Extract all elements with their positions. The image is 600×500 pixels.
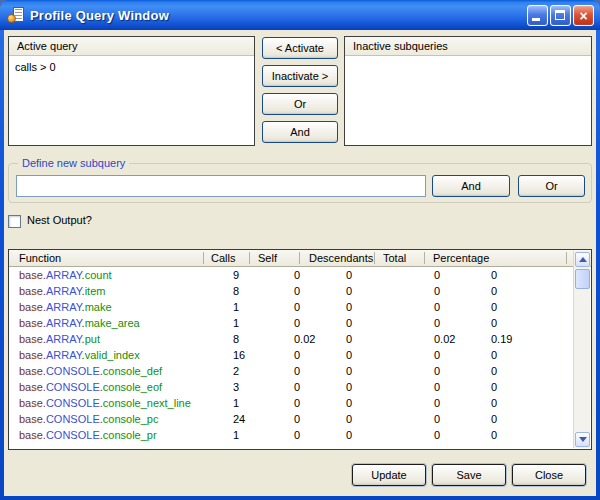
- cell-value: 8: [233, 333, 239, 345]
- cell-value: 0: [346, 269, 352, 281]
- cell-value: 0: [346, 333, 352, 345]
- active-query-panel[interactable]: Active query calls > 0: [8, 36, 255, 146]
- column-header-self[interactable]: Self: [258, 252, 277, 264]
- cell-value: 0: [491, 365, 497, 377]
- query-item[interactable]: calls > 0: [9, 59, 254, 74]
- cell-value: 0: [491, 429, 497, 441]
- table-row[interactable]: base.CONSOLE.console_pr10000: [9, 428, 573, 444]
- subquery-or-button[interactable]: Or: [518, 175, 585, 197]
- cell-value: 9: [233, 269, 239, 281]
- column-header-percentage[interactable]: Percentage: [433, 252, 489, 264]
- cell-value: 0: [294, 317, 300, 329]
- table-header: FunctionCallsSelfDescendantsTotalPercent…: [9, 250, 591, 267]
- maximize-icon: [555, 10, 565, 20]
- column-separator: [203, 252, 204, 264]
- cell-value: 0: [434, 317, 440, 329]
- column-header-function[interactable]: Function: [19, 252, 61, 264]
- column-separator: [249, 252, 250, 264]
- cell-value: 0: [491, 349, 497, 361]
- active-query-list[interactable]: calls > 0: [9, 56, 254, 77]
- cell-value: 0: [346, 365, 352, 377]
- save-button[interactable]: Save: [432, 464, 506, 486]
- column-separator: [374, 252, 375, 264]
- cell-value: 0: [491, 413, 497, 425]
- subquery-and-button[interactable]: And: [432, 175, 510, 197]
- column-separator: [424, 252, 425, 264]
- orange-ball-icon: [7, 14, 16, 23]
- function-name: base.CONSOLE.console_pr: [19, 429, 157, 441]
- cell-value: 0: [346, 397, 352, 409]
- table-scrollbar[interactable]: [573, 251, 590, 448]
- close-icon: ×: [574, 6, 593, 25]
- update-button[interactable]: Update: [352, 464, 426, 486]
- cell-value: 0: [434, 413, 440, 425]
- table-row[interactable]: base.CONSOLE.console_def20000: [9, 364, 573, 380]
- minimize-button[interactable]: [527, 5, 548, 26]
- subquery-input[interactable]: [16, 175, 426, 197]
- cell-value: 0: [434, 429, 440, 441]
- scrollbar-thumb[interactable]: [575, 269, 590, 289]
- define-subquery-label: Define new subquery: [18, 157, 129, 169]
- cell-value: 0: [491, 285, 497, 297]
- cell-value: 0: [434, 269, 440, 281]
- table-row[interactable]: base.ARRAY.make_area10000: [9, 316, 573, 332]
- cell-value: 1: [233, 397, 239, 409]
- close-dialog-button[interactable]: Close: [512, 464, 586, 486]
- cell-value: 0: [346, 349, 352, 361]
- active-query-header: Active query: [9, 37, 254, 56]
- title-bar[interactable]: Profile Query Window ×: [0, 0, 600, 30]
- table-row[interactable]: base.CONSOLE.console_pc240000: [9, 412, 573, 428]
- inactive-subqueries-panel[interactable]: Inactive subqueries: [344, 36, 592, 146]
- cell-value: 0.19: [491, 333, 512, 345]
- nest-output-label[interactable]: Nest Output?: [27, 214, 92, 226]
- cell-value: 3: [233, 381, 239, 393]
- cell-value: 0: [346, 317, 352, 329]
- inactive-subqueries-header: Inactive subqueries: [345, 37, 591, 56]
- table-row[interactable]: base.CONSOLE.console_eof30000: [9, 380, 573, 396]
- scroll-down-button[interactable]: [575, 432, 590, 447]
- table-row[interactable]: base.ARRAY.put80.0200.020.19: [9, 332, 573, 348]
- cell-value: 0.02: [294, 333, 315, 345]
- table-row[interactable]: base.CONSOLE.console_next_line10000: [9, 396, 573, 412]
- scroll-up-button[interactable]: [575, 252, 590, 267]
- table-row[interactable]: base.ARRAY.valid_index160000: [9, 348, 573, 364]
- cell-value: 0: [346, 413, 352, 425]
- function-name: base.CONSOLE.console_pc: [19, 413, 158, 425]
- cell-value: 1: [233, 317, 239, 329]
- cell-value: 0: [491, 317, 497, 329]
- function-name: base.CONSOLE.console_def: [19, 365, 162, 377]
- or-button[interactable]: Or: [262, 93, 338, 115]
- inactive-subqueries-list[interactable]: [345, 56, 591, 62]
- cell-value: 24: [233, 413, 245, 425]
- cell-value: 0: [294, 301, 300, 313]
- function-name: base.ARRAY.count: [19, 269, 112, 281]
- cell-value: 2: [233, 365, 239, 377]
- cell-value: 0: [346, 429, 352, 441]
- and-button[interactable]: And: [262, 121, 338, 143]
- column-header-total[interactable]: Total: [383, 252, 406, 264]
- cell-value: 0: [346, 285, 352, 297]
- column-separator: [566, 252, 567, 264]
- function-name: base.ARRAY.put: [19, 333, 100, 345]
- maximize-button[interactable]: [550, 5, 571, 26]
- close-button[interactable]: ×: [573, 5, 594, 26]
- function-name: base.CONSOLE.console_eof: [19, 381, 162, 393]
- nest-output-checkbox[interactable]: [8, 215, 21, 228]
- inactivate-button[interactable]: Inactivate >: [262, 65, 338, 87]
- window-title: Profile Query Window: [30, 8, 169, 23]
- column-header-calls[interactable]: Calls: [211, 252, 235, 264]
- profile-window-icon: [7, 7, 24, 24]
- cell-value: 0: [434, 349, 440, 361]
- table-row[interactable]: base.ARRAY.count90000: [9, 268, 573, 284]
- cell-value: 0: [294, 413, 300, 425]
- function-name: base.ARRAY.valid_index: [19, 349, 140, 361]
- cell-value: 0: [294, 349, 300, 361]
- activate-button[interactable]: < Activate: [262, 37, 338, 59]
- table-row[interactable]: base.ARRAY.item80000: [9, 284, 573, 300]
- cell-value: 8: [233, 285, 239, 297]
- cell-value: 0.02: [434, 333, 455, 345]
- cell-value: 0: [434, 301, 440, 313]
- column-header-descendants[interactable]: Descendants: [309, 252, 373, 264]
- table-row[interactable]: base.ARRAY.make10000: [9, 300, 573, 316]
- scroll-down-icon: [579, 437, 587, 442]
